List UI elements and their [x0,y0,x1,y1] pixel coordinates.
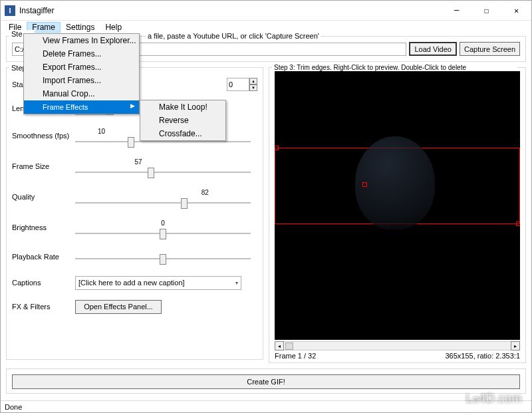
open-effects-button[interactable]: Open Effects Panel... [75,300,162,314]
quality-slider[interactable]: 82 [75,189,251,209]
menu-frame-effects[interactable]: Frame Effects ▶ [24,100,139,114]
brightness-label: Brightness [12,223,75,231]
preview-canvas[interactable] [275,71,520,340]
chevron-down-icon: ▾ [235,280,238,286]
smoothness-label: Smoothness (fps) [12,132,75,140]
brightness-slider[interactable]: 0 [75,219,251,239]
frame-effects-submenu: Make It Loop! Reverse Crossfade... [140,100,226,141]
maximize-button[interactable]: ☐ [471,1,501,20]
scroll-thumb[interactable] [285,343,293,350]
step3-label: Step 3: Trim edges. Right-Click to previ… [272,64,517,71]
playback-label: Playback Rate [12,253,75,261]
fx-label: FX & Filters [12,303,75,311]
video-frame-content [355,136,435,229]
menu-reverse[interactable]: Reverse [140,114,225,127]
create-gif-button[interactable]: Create GIF! [12,374,520,389]
spin-buttons[interactable]: ▲▼ [249,78,257,91]
menu-make-it-loop[interactable]: Make It Loop! [140,100,225,114]
step3-fieldset: Step 3: Trim edges. Right-Click to previ… [269,67,526,363]
scroll-track[interactable] [284,341,511,350]
frame-scrollbar[interactable]: ◂ ▸ [275,341,520,350]
frame-counter: Frame 1 / 32 [275,352,316,360]
window-title: Instagiffer [19,6,442,15]
captions-combo[interactable]: [Click here to add a new caption] ▾ [75,276,241,290]
dimensions-info: 365x155, ratio: 2.353:1 [445,352,520,360]
scroll-right-button[interactable]: ▸ [511,341,520,350]
menu-settings[interactable]: Settings [61,22,100,33]
menu-crossfade[interactable]: Crossfade... [140,127,225,140]
quality-label: Quality [12,193,75,201]
menu-help[interactable]: Help [100,22,127,33]
framesize-label: Frame Size [12,162,75,170]
menu-export-frames[interactable]: Export Frames... [24,61,139,74]
titlebar: I Instagiffer ─ ☐ ✕ [1,1,531,21]
minimize-button[interactable]: ─ [442,1,471,20]
app-window: I Instagiffer ─ ☐ ✕ File Frame Settings … [0,0,532,413]
crop-handle-se[interactable] [516,221,520,226]
submenu-arrow-icon: ▶ [130,102,135,109]
menu-frame-effects-label: Frame Effects [43,103,88,111]
frame-menu-dropdown: View Frames In Explorer... Delete Frames… [23,33,140,114]
captions-label: Captions [12,279,75,287]
preview-info-row: Frame 1 / 32 365x155, ratio: 2.353:1 [275,352,520,360]
close-button[interactable]: ✕ [501,1,531,20]
menu-import-frames[interactable]: Import Frames... [24,74,139,87]
playback-slider[interactable] [75,253,251,265]
load-video-button[interactable]: Load Video [409,42,456,56]
crop-rectangle[interactable] [275,148,520,224]
app-icon: I [5,5,15,16]
menu-delete-frames[interactable]: Delete Frames... [24,47,139,61]
menu-manual-crop[interactable]: Manual Crop... [24,87,139,100]
status-text: Done [5,403,22,411]
window-controls: ─ ☐ ✕ [442,1,531,20]
captions-value: [Click here to add a new caption] [78,279,185,287]
crop-handle-nw[interactable] [275,146,279,150]
statusbar: Done [1,400,531,412]
menu-view-frames[interactable]: View Frames In Explorer... [24,34,139,47]
step1-label-tail: a file, paste a Youtube URL, or click 'C… [146,32,321,40]
framesize-slider[interactable]: 57 [75,158,251,178]
scroll-left-button[interactable]: ◂ [275,341,284,350]
capture-screen-button[interactable]: Capture Screen [460,42,520,56]
start-sec-stepper[interactable]: 0 ▲▼ [227,78,257,91]
create-fieldset: Create GIF! [6,368,526,394]
crop-handle-center[interactable] [362,182,367,187]
